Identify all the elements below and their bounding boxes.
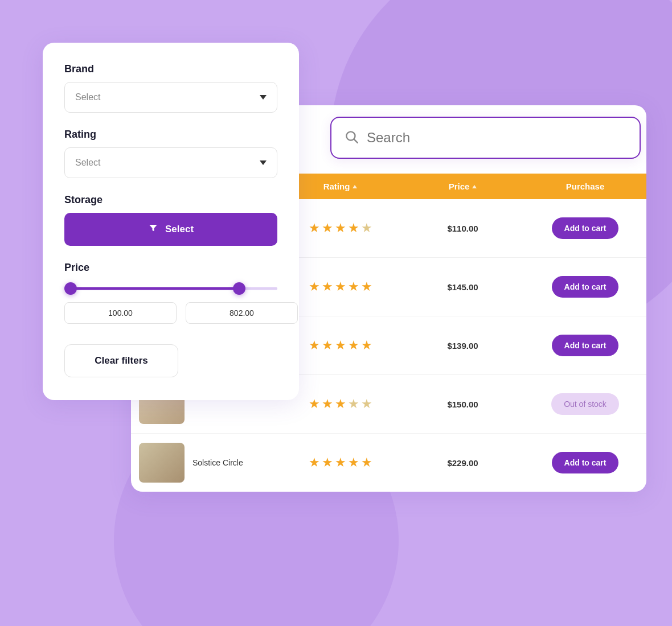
price-slider[interactable] xyxy=(64,283,277,294)
star-1: ★ xyxy=(309,397,320,411)
star-3: ★ xyxy=(335,397,346,411)
rating-select-value: Select xyxy=(75,158,100,168)
add-to-cart-button[interactable]: Add to cart xyxy=(552,452,619,473)
product-cell: Solstice Circle xyxy=(131,443,279,483)
add-to-cart-button[interactable]: Add to cart xyxy=(552,276,619,298)
product-image xyxy=(139,443,185,483)
price-section: Price xyxy=(64,262,277,324)
purchase-cell: Out of stock xyxy=(524,393,646,415)
star-5: ★ xyxy=(361,221,372,236)
star-5: ★ xyxy=(361,338,372,353)
price-min-input[interactable] xyxy=(64,302,177,324)
slider-fill xyxy=(71,287,239,290)
star-4: ★ xyxy=(348,397,359,411)
storage-select-value: Select xyxy=(165,224,194,235)
star-2: ★ xyxy=(322,455,333,470)
storage-select[interactable]: Select xyxy=(64,213,277,246)
slider-thumb-min[interactable] xyxy=(64,282,77,295)
star-3: ★ xyxy=(335,279,346,294)
purchase-cell: Add to cart xyxy=(524,452,646,473)
star-1: ★ xyxy=(309,455,320,470)
slider-thumb-max[interactable] xyxy=(233,282,245,295)
star-1: ★ xyxy=(309,221,320,236)
star-4: ★ xyxy=(348,455,359,470)
header-price[interactable]: Price xyxy=(401,182,524,191)
star-3: ★ xyxy=(335,338,346,353)
rating-section: Rating Select xyxy=(64,129,277,178)
price-cell: $150.00 xyxy=(401,400,524,409)
filter-panel: Brand Select Rating Select Storage Selec… xyxy=(43,43,299,400)
add-to-cart-button[interactable]: Add to cart xyxy=(552,335,619,356)
price-cell: $110.00 xyxy=(401,224,524,233)
search-bar-wrapper xyxy=(330,117,641,159)
star-5: ★ xyxy=(361,279,372,294)
brand-select[interactable]: Select xyxy=(64,82,277,113)
brand-select-value: Select xyxy=(75,92,100,102)
rating-sort-icon xyxy=(353,185,357,188)
chevron-down-icon xyxy=(260,95,267,100)
price-cell: $145.00 xyxy=(401,282,524,292)
star-1: ★ xyxy=(309,279,320,294)
star-2: ★ xyxy=(322,221,333,236)
purchase-cell: Add to cart xyxy=(524,217,646,239)
star-2: ★ xyxy=(322,397,333,411)
purchase-cell: Add to cart xyxy=(524,335,646,356)
rating-cell: ★ ★ ★ ★ ★ xyxy=(279,397,401,411)
price-label: Price xyxy=(64,262,277,274)
search-icon xyxy=(344,129,359,146)
star-5: ★ xyxy=(361,455,372,470)
rating-label: Rating xyxy=(64,129,277,141)
brand-section: Brand Select xyxy=(64,63,277,113)
brand-label: Brand xyxy=(64,63,277,75)
star-3: ★ xyxy=(335,455,346,470)
star-5: ★ xyxy=(361,397,372,411)
price-inputs xyxy=(64,302,277,324)
price-cell: $229.00 xyxy=(401,458,524,468)
clear-filters-button[interactable]: Clear filters xyxy=(64,344,178,377)
table-row: Solstice Circle ★ ★ ★ ★ ★ $229.00 Add to… xyxy=(131,434,646,492)
purchase-cell: Add to cart xyxy=(524,276,646,298)
filter-icon xyxy=(148,223,158,236)
storage-label: Storage xyxy=(64,194,277,206)
price-max-input[interactable] xyxy=(186,302,298,324)
star-1: ★ xyxy=(309,338,320,353)
star-4: ★ xyxy=(348,221,359,236)
star-2: ★ xyxy=(322,279,333,294)
price-cell: $139.00 xyxy=(401,341,524,351)
svg-line-1 xyxy=(354,139,358,143)
header-purchase: Purchase xyxy=(524,182,646,191)
rating-select[interactable]: Select xyxy=(64,147,277,178)
product-name: Solstice Circle xyxy=(192,458,243,467)
star-2: ★ xyxy=(322,338,333,353)
star-3: ★ xyxy=(335,221,346,236)
rating-cell: ★ ★ ★ ★ ★ xyxy=(279,455,401,470)
star-4: ★ xyxy=(348,279,359,294)
add-to-cart-button[interactable]: Add to cart xyxy=(552,217,619,239)
chevron-down-icon xyxy=(260,160,267,165)
out-of-stock-button: Out of stock xyxy=(551,393,619,415)
star-4: ★ xyxy=(348,338,359,353)
search-bar[interactable] xyxy=(330,117,641,159)
storage-section: Storage Select xyxy=(64,194,277,246)
search-input[interactable] xyxy=(367,130,627,146)
price-sort-icon xyxy=(472,185,477,188)
